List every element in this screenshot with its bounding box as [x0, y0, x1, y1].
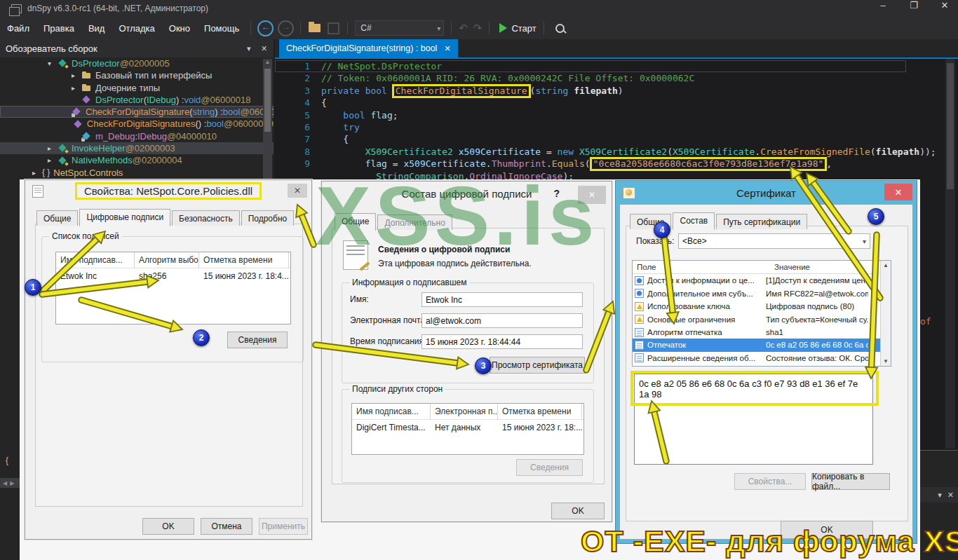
tab-подробно[interactable]: Подробно: [241, 210, 295, 226]
redo-icon[interactable]: ↷: [473, 22, 483, 34]
tree-item[interactable]: ▸{ }NetSpot.Controls: [0, 167, 274, 179]
apply-button[interactable]: Применить: [259, 518, 308, 535]
tab-checkfordigitalsignature[interactable]: CheckForDigitalSignature(string) : bool …: [279, 39, 458, 57]
column-header[interactable]: Алгоритм выбо...: [135, 252, 199, 268]
tree-item-label: IDebug: [137, 130, 167, 142]
minimize-icon[interactable]: –: [877, 0, 889, 11]
expander-icon[interactable]: ▸: [72, 82, 81, 94]
close-icon[interactable]: ✕: [288, 184, 307, 198]
column-header[interactable]: Отметка времени: [498, 404, 582, 419]
tree-item[interactable]: ▸InvokeHelper @02000003: [0, 142, 274, 154]
cancel-button[interactable]: Отмена: [201, 518, 252, 535]
close-icon[interactable]: ✕: [947, 491, 954, 500]
menu-помощь[interactable]: Помощь: [197, 23, 246, 34]
code-token: X509Certificate2: [579, 146, 667, 157]
code-token: .: [546, 158, 552, 169]
certificate-field-row[interactable]: Отпечаток0c e8 a2 05 86 e6 68 0c 6a c3 .…: [633, 339, 891, 351]
details-button[interactable]: Сведения: [227, 332, 288, 348]
expander-icon[interactable]: ▸: [48, 142, 58, 154]
menu-отладка[interactable]: Отладка: [112, 23, 161, 34]
close-icon[interactable]: ✕: [261, 44, 267, 53]
close-icon[interactable]: ✕: [938, 0, 951, 11]
scroll-down-icon[interactable]: ▼: [883, 358, 889, 364]
tree-item-label: () :: [195, 118, 206, 130]
tree-item[interactable]: DsProtector(IDebug) : void @06000018: [0, 94, 274, 106]
navigate-back-icon[interactable]: ←: [257, 20, 274, 36]
line-number: 3: [275, 85, 321, 97]
edit-properties-button[interactable]: Свойства...: [734, 473, 806, 490]
undo-icon[interactable]: ↶: [459, 22, 468, 34]
menu-вид[interactable]: Вид: [81, 23, 112, 34]
code-token: {: [321, 134, 349, 144]
ok-button[interactable]: OK: [551, 503, 605, 519]
chevron-down-icon[interactable]: ▾: [938, 491, 942, 500]
expander-icon[interactable]: ▸: [48, 154, 58, 166]
save-all-icon[interactable]: [328, 22, 339, 34]
expander-icon[interactable]: ▾: [48, 57, 58, 69]
expander-icon[interactable]: ▸: [72, 69, 81, 81]
open-file-icon[interactable]: [309, 24, 321, 32]
column-header[interactable]: Имя подписав...: [352, 404, 431, 419]
ok-button[interactable]: OK: [142, 518, 194, 535]
certificate-field-row[interactable]: Расширенные сведения об...Состояние отзы…: [633, 352, 891, 364]
list-scrollbar[interactable]: ▲ ▼: [880, 261, 891, 366]
tab-цифровые-подписи[interactable]: Цифровые подписи: [79, 209, 170, 226]
language-select[interactable]: C# ▾: [355, 20, 444, 36]
tab-общие[interactable]: Общие: [36, 210, 78, 226]
code-token: ): [618, 86, 623, 96]
scroll-up-icon[interactable]: ▲: [883, 262, 889, 268]
copy-to-file-button[interactable]: Копировать в файл...: [811, 473, 890, 490]
chevron-down-icon[interactable]: ▾: [247, 44, 251, 53]
tab-состав[interactable]: Состав: [673, 212, 715, 230]
start-icon[interactable]: [499, 23, 507, 33]
explorer-hscrollbar[interactable]: ◀ ▶: [0, 478, 20, 488]
search-icon[interactable]: [555, 24, 565, 33]
window-titlebar: dnSpy v6.3.0-rc1 (64-bit, .NET, Админист…: [0, 0, 958, 17]
tree-item-label: NetSpot.Controls: [53, 167, 123, 179]
table-row[interactable]: DigiCert Timesta...Нет данных15 июня 202…: [352, 420, 583, 435]
menu-файл[interactable]: Файл: [0, 23, 36, 34]
editor-scrollbar[interactable]: [945, 59, 955, 449]
table-row[interactable]: Etwok Incsha25615 июня 2023 г. 18:4...: [56, 268, 290, 284]
navigate-forward-icon[interactable]: →: [278, 20, 294, 36]
certificate-field-row[interactable]: Основные ограниченияТип субъекта=Конечны…: [633, 313, 891, 326]
close-icon[interactable]: ✕: [884, 184, 912, 200]
expander-icon[interactable]: ▸: [32, 167, 42, 179]
tree-item[interactable]: ▸Дочерние типы: [0, 82, 274, 94]
tree-item[interactable]: m_Debug : IDebug @04000010: [0, 130, 274, 142]
certificate-field-row[interactable]: Доступ к информации о це...[1]Доступ к с…: [633, 274, 891, 287]
tree-item[interactable]: ▸NativeMethods @02000004: [0, 154, 274, 166]
tree-item[interactable]: ▾DsProtector @02000005: [0, 57, 274, 69]
column-header[interactable]: Отметка времени: [199, 252, 289, 268]
divider: [300, 22, 301, 34]
certificate-field-row[interactable]: Дополнительное имя субъ...Имя RFC822=al@…: [633, 287, 891, 300]
start-button[interactable]: Старт: [511, 23, 536, 34]
close-icon[interactable]: ✕: [444, 44, 450, 53]
tree-item[interactable]: CheckForDigitalSignature(string) : bool …: [0, 106, 274, 118]
column-header[interactable]: Электронная п...: [431, 404, 498, 419]
tab-безопасность[interactable]: Безопасность: [172, 210, 240, 226]
menu-правка[interactable]: Правка: [36, 23, 81, 34]
field-value[interactable]: Etwok Inc: [421, 292, 583, 307]
view-certificate-button[interactable]: Просмотр сертификата: [490, 357, 585, 374]
tree-item[interactable]: ▸Базовый тип и интерфейсы: [0, 69, 274, 81]
menu-окно[interactable]: Окно: [162, 23, 197, 34]
details-button[interactable]: Сведения: [516, 459, 583, 476]
field-value[interactable]: 15 июня 2023 г. 18:44:44: [421, 334, 583, 349]
column-header[interactable]: Поле: [633, 261, 770, 273]
column-header[interactable]: Значение: [770, 261, 877, 273]
restore-icon[interactable]: ❐: [908, 0, 920, 11]
show-filter-select[interactable]: <Все> ▾: [678, 233, 870, 249]
field-value[interactable]: al@etwok.com: [421, 313, 583, 328]
scroll-right-icon[interactable]: ▶: [10, 480, 14, 486]
tree-item[interactable]: CheckForDigitalSignatures() : bool @0600…: [0, 118, 274, 130]
assembly-explorer-header: Обозреватель сборок ▾ ✕: [0, 39, 274, 57]
scroll-left-icon[interactable]: ◀: [3, 480, 7, 486]
explorer-scrollbar[interactable]: [263, 59, 272, 179]
certificate-field-row[interactable]: Алгоритм отпечаткаsha1: [633, 326, 891, 339]
tree-item-label: bool: [223, 106, 241, 118]
tab-путь-сертификации[interactable]: Путь сертификации: [716, 214, 807, 229]
code-token: (: [870, 146, 876, 157]
certificate-field-row[interactable]: Использование ключаЦифровая подпись (80): [633, 300, 891, 313]
column-header[interactable]: Имя подписав...: [56, 252, 135, 268]
